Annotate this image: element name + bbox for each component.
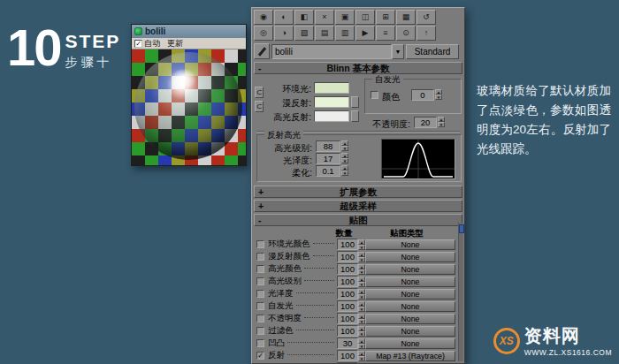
map-slot-button[interactable]: None <box>365 264 455 275</box>
map-amount-spinner[interactable]: ▲▼ <box>358 289 365 300</box>
put-material-button[interactable]: ◐ <box>274 10 294 25</box>
show-end-result-button[interactable]: ↺ <box>416 10 436 25</box>
map-amount-spinner[interactable]: ▲▼ <box>358 326 365 337</box>
map-enable-checkbox[interactable] <box>256 339 264 347</box>
map-amount-field[interactable]: 100 <box>337 276 358 287</box>
map-slot-button[interactable]: None <box>365 252 455 262</box>
map-slot-button[interactable]: Map #13 (Raytrace) <box>365 351 455 361</box>
map-amount-spinner[interactable]: ▲▼ <box>358 351 365 361</box>
map-amount-spinner[interactable]: ▲▼ <box>358 277 365 287</box>
scrollbar-thumb[interactable] <box>459 224 464 233</box>
glossiness-spinner[interactable]: ▲▼ <box>341 153 348 163</box>
dotted-leader <box>304 280 334 281</box>
rollout-blinn-basic-params[interactable]: - Blinn 基本参数 <box>254 62 462 74</box>
map-amount-spinner[interactable]: ▲▼ <box>358 314 365 324</box>
map-enable-checkbox[interactable] <box>256 253 264 261</box>
map-enable-checkbox[interactable] <box>256 265 264 273</box>
map-amount-spinner[interactable]: ▲▼ <box>358 338 365 349</box>
map-amount-field[interactable]: 100 <box>337 313 358 324</box>
background-button[interactable]: ▧ <box>294 26 314 41</box>
map-amount-field[interactable]: 100 <box>337 300 358 312</box>
options-button[interactable]: ≡ <box>376 26 395 41</box>
sample-type-button[interactable]: ◎ <box>254 26 273 41</box>
chevron-down-icon[interactable]: ▼ <box>392 44 404 59</box>
material-name-combo[interactable]: bolili ▼ <box>271 44 404 59</box>
map-enable-checkbox[interactable]: ✓ <box>256 352 264 360</box>
editor-scrollbar[interactable] <box>458 223 463 361</box>
map-amount-field[interactable]: 100 <box>337 263 358 275</box>
rollout-state-icon: - <box>258 63 262 74</box>
map-slot-button[interactable]: None <box>365 277 455 287</box>
map-enable-checkbox[interactable] <box>256 327 264 335</box>
self-illum-value-field[interactable]: 0 <box>411 89 434 101</box>
checker-cell <box>225 49 238 63</box>
menu-item-auto[interactable]: ✓ 自动 <box>134 38 160 49</box>
diffuse-color-swatch[interactable] <box>314 96 349 108</box>
backlight-button[interactable]: ◑ <box>274 26 294 41</box>
auto-update-checkbox[interactable]: ✓ <box>134 40 142 48</box>
map-amount-field[interactable]: 100 <box>337 325 358 337</box>
make-unique-button[interactable]: ▣ <box>335 10 355 25</box>
map-amount-field[interactable]: 100 <box>337 239 358 250</box>
map-enable-checkbox[interactable] <box>256 277 264 285</box>
go-to-parent-button[interactable]: ↑ <box>416 26 436 41</box>
map-amount-spinner[interactable]: ▲▼ <box>358 252 365 262</box>
self-illum-spinner[interactable]: ▲▼ <box>435 89 442 100</box>
map-enable-checkbox[interactable] <box>256 315 264 322</box>
pick-material-eyedropper-button[interactable] <box>254 43 270 59</box>
sample-uv-tiling-button[interactable]: ▤ <box>315 26 334 41</box>
video-color-check-button[interactable]: ▥ <box>335 26 355 41</box>
opacity-spinner[interactable]: ▲▼ <box>438 117 445 127</box>
ambient-label: 环境光: <box>264 83 311 95</box>
specular-level-field[interactable]: 88 <box>316 140 340 152</box>
rollout-bar-1[interactable]: + 扩展参数 <box>254 186 462 198</box>
map-amount-spinner[interactable]: ▲▼ <box>358 239 365 250</box>
material-type-button[interactable]: Standard <box>406 44 459 59</box>
lock-ambient-diffuse-button[interactable]: ⊂ <box>255 87 264 98</box>
map-amount-field[interactable]: 30 <box>337 337 358 349</box>
map-slot-button[interactable]: None <box>365 239 455 250</box>
material-id-channel-button[interactable]: ⊞ <box>376 10 395 25</box>
assign-to-selection-button[interactable]: ◧ <box>294 10 314 25</box>
map-amount-spinner[interactable]: ▲▼ <box>358 264 365 275</box>
map-amount-field[interactable]: 100 <box>337 251 358 262</box>
select-by-material-button[interactable]: ⊙ <box>396 26 416 41</box>
make-preview-button[interactable]: ▶ <box>355 26 375 41</box>
put-to-library-button[interactable]: ◫ <box>355 10 375 25</box>
soften-label: 柔化: <box>261 167 312 179</box>
map-slot-button[interactable]: None <box>365 314 455 324</box>
step-number: 10 <box>7 23 61 72</box>
diffuse-map-shortcut-button[interactable] <box>351 96 359 108</box>
map-slot-button[interactable]: None <box>365 338 455 349</box>
specular-map-shortcut-button[interactable] <box>351 110 359 122</box>
map-amount-spinner[interactable]: ▲▼ <box>358 301 365 312</box>
preview-window-titlebar[interactable]: bolili <box>132 25 246 38</box>
menu-item-update[interactable]: 更新 <box>167 38 183 49</box>
map-amount-field[interactable]: 100 <box>337 350 358 361</box>
show-map-in-viewport-button[interactable]: ▦ <box>396 10 416 25</box>
material-name-field[interactable]: bolili <box>271 44 392 59</box>
map-slot-button[interactable]: None <box>365 301 455 312</box>
map-enable-checkbox[interactable] <box>256 240 264 248</box>
soften-spinner[interactable]: ▲▼ <box>341 165 348 176</box>
map-enable-checkbox[interactable] <box>256 290 264 298</box>
ambient-color-swatch[interactable] <box>314 82 349 94</box>
rollout-bar-3[interactable]: - 贴图 <box>254 214 462 226</box>
reset-map-button[interactable]: × <box>315 10 334 25</box>
map-slot-button[interactable]: None <box>365 289 455 300</box>
self-illum-color-checkbox[interactable] <box>371 91 378 99</box>
map-amount-field[interactable]: 100 <box>337 288 358 300</box>
material-preview-canvas[interactable] <box>132 49 246 165</box>
opacity-value-field[interactable]: 20 <box>414 117 437 128</box>
get-material-button[interactable]: ◉ <box>254 10 273 25</box>
specular-level-spinner[interactable]: ▲▼ <box>341 140 348 151</box>
rollout-title: 超级采样 <box>340 201 377 211</box>
glossiness-field[interactable]: 17 <box>316 153 340 164</box>
soften-field[interactable]: 0.1 <box>316 165 340 177</box>
lock-diffuse-specular-button[interactable]: ⊂ <box>255 101 264 112</box>
specular-color-swatch[interactable] <box>314 110 349 122</box>
map-enable-checkbox[interactable] <box>256 302 264 310</box>
checker-cell <box>238 49 246 63</box>
rollout-bar-2[interactable]: + 超级采样 <box>254 200 462 212</box>
map-slot-button[interactable]: None <box>365 326 455 337</box>
